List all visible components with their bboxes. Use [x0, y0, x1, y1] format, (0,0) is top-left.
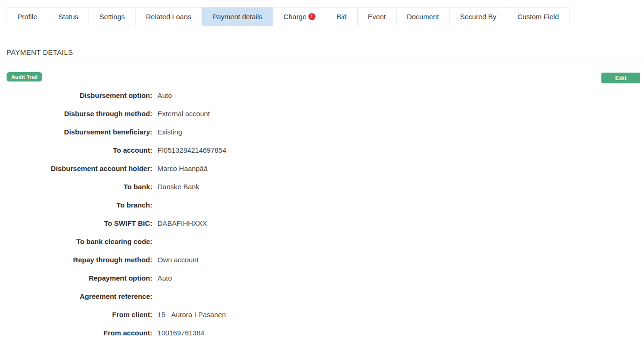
- row-repay-through-method: Repay through method: Own account: [0, 251, 644, 269]
- field-label: Disbursement option:: [0, 91, 152, 99]
- payment-details-fields: Disbursement option: Auto Disburse throu…: [0, 86, 644, 341]
- tab-label: Document: [407, 13, 439, 21]
- tab-status[interactable]: Status: [48, 7, 90, 26]
- tab-label: Profile: [17, 13, 37, 21]
- tab-charge[interactable]: Charge !: [273, 7, 326, 26]
- tab-label: Charge: [284, 13, 307, 21]
- row-to-account: To account: FI0513284214697854: [0, 141, 644, 159]
- row-agreement-reference: Agreement reference:: [0, 287, 644, 305]
- exclamation-circle-icon: !: [308, 13, 315, 20]
- field-label: Repay through method:: [0, 256, 152, 264]
- tab-settings[interactable]: Settings: [89, 7, 135, 26]
- row-repayment-option: Repayment option: Auto: [0, 269, 644, 287]
- field-label: Repayment option:: [0, 274, 152, 282]
- tab-label: Secured By: [460, 13, 496, 21]
- field-value: Danske Bank: [157, 183, 199, 191]
- tab-profile[interactable]: Profile: [7, 7, 48, 26]
- row-to-branch: To branch:: [0, 196, 644, 214]
- row-to-bank: To bank: Danske Bank: [0, 178, 644, 196]
- tab-label: Custom Field: [517, 13, 559, 21]
- field-value: Auto: [157, 91, 172, 99]
- row-disbursement-beneficiary: Disbursement beneficiary: Existing: [0, 123, 644, 141]
- field-label: To SWIFT BIC:: [0, 219, 152, 227]
- field-label: To bank:: [0, 183, 152, 191]
- field-value: Auto: [157, 274, 172, 282]
- field-value: External account: [157, 110, 210, 118]
- tab-custom-field[interactable]: Custom Field: [507, 7, 569, 26]
- field-value: FI0513284214697854: [157, 146, 226, 154]
- audit-trail-button[interactable]: Audit Trail: [7, 72, 42, 82]
- field-label: To account:: [0, 146, 152, 154]
- field-label: Disbursement account holder:: [0, 164, 152, 172]
- tab-label: Bid: [337, 13, 347, 21]
- field-label: To branch:: [0, 201, 152, 209]
- row-to-swift-bic: To SWIFT BIC: DABAFIHHXXX: [0, 214, 644, 232]
- tab-related-loans[interactable]: Related Loans: [135, 7, 202, 26]
- tab-label: Settings: [99, 13, 125, 21]
- row-to-bank-clearing-code: To bank clearing code:: [0, 232, 644, 251]
- tab-label: Related Loans: [146, 13, 191, 21]
- field-value: Existing: [157, 128, 182, 136]
- tab-payment-details[interactable]: Payment details: [202, 7, 273, 26]
- field-label: From client:: [0, 311, 152, 319]
- edit-button[interactable]: Edit: [601, 73, 640, 83]
- tab-event[interactable]: Event: [358, 7, 397, 26]
- actions-row: Audit Trail Edit: [7, 72, 640, 84]
- tab-label: Status: [59, 13, 79, 21]
- field-label: Disburse through method:: [0, 110, 152, 118]
- tab-secured-by[interactable]: Secured By: [449, 7, 507, 26]
- row-from-account: From account: 100169761384: [0, 324, 644, 341]
- tab-bar: Profile Status Settings Related Loans Pa…: [7, 7, 569, 26]
- tab-document[interactable]: Document: [397, 7, 449, 26]
- tab-bid[interactable]: Bid: [326, 7, 358, 26]
- field-value: Own account: [157, 256, 199, 264]
- field-value: DABAFIHHXXX: [157, 219, 207, 227]
- field-label: To bank clearing code:: [0, 237, 152, 245]
- field-label: Agreement reference:: [0, 292, 152, 300]
- field-label: From account:: [0, 329, 152, 337]
- tab-label: Payment details: [212, 13, 262, 21]
- field-label: Disbursement beneficiary:: [0, 128, 152, 136]
- row-from-client: From client: 15 - Aurora I Pasanen: [0, 305, 644, 324]
- section-title: PAYMENT DETAILS: [0, 48, 644, 61]
- row-disbursement-account-holder: Disbursement account holder: Marco Haanp…: [0, 159, 644, 178]
- field-value: 100169761384: [157, 329, 204, 337]
- field-value: Marco Haanpää: [157, 164, 208, 172]
- field-value: 15 - Aurora I Pasanen: [157, 311, 226, 319]
- row-disburse-through-method: Disburse through method: External accoun…: [0, 104, 644, 123]
- tab-label: Event: [368, 13, 386, 21]
- row-disbursement-option: Disbursement option: Auto: [0, 86, 644, 104]
